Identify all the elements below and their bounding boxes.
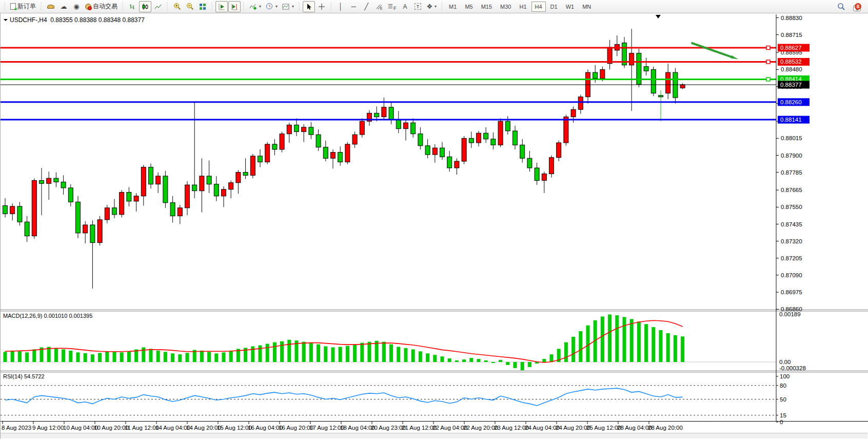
zoom-out-button[interactable] <box>184 1 196 12</box>
candle-body <box>163 176 168 203</box>
timeframe-w1-button[interactable]: W1 <box>562 2 578 12</box>
zoom-in-icon <box>173 3 181 10</box>
macd-histogram-bar <box>652 327 655 362</box>
time-tick-label: 22 Aug 20:00 <box>463 425 498 431</box>
fibonacci-button[interactable]: ☰ F <box>386 1 398 12</box>
toolbar-grip[interactable] <box>329 2 333 11</box>
timeframe-mn-button[interactable]: MN <box>579 2 595 12</box>
macd-histogram-bar <box>368 342 371 362</box>
autoscroll-button[interactable] <box>215 1 228 12</box>
cursor-button[interactable] <box>303 1 315 12</box>
time-tick-label: 21 Aug 12:00 <box>402 425 437 431</box>
toolbar-grip[interactable] <box>40 2 43 11</box>
macd-histogram-bar <box>346 346 349 362</box>
chevron-down-icon: ▾ <box>275 4 278 9</box>
toolbar-grip[interactable] <box>298 2 301 11</box>
chart-candles-button[interactable] <box>139 1 151 12</box>
notification-badge: 1 <box>855 3 861 10</box>
toolbar-grip[interactable] <box>242 2 246 11</box>
indicators-button[interactable]: ▾ <box>247 1 263 12</box>
macd-histogram-bar <box>178 354 182 362</box>
community-button[interactable]: ☁ <box>57 1 70 12</box>
svg-text:0.88260: 0.88260 <box>780 99 802 105</box>
candle-body <box>549 158 554 174</box>
signals-button[interactable]: ◉ <box>70 1 83 12</box>
candle-body <box>214 184 219 196</box>
vline-button[interactable]: │ <box>334 1 347 12</box>
time-tick-label: 23 Aug 12:00 <box>494 425 529 431</box>
candle-body <box>542 174 546 181</box>
candle-body <box>170 203 175 216</box>
macd-histogram-bar <box>521 362 524 370</box>
new-order-button[interactable]: 新订单 <box>8 1 38 12</box>
timeframe-m15-button[interactable]: M15 <box>478 2 496 12</box>
time-tick-label: 22 Aug 04:00 <box>432 425 467 431</box>
new-order-label: 新订单 <box>17 2 36 11</box>
macd-histogram-bar <box>32 349 36 362</box>
candle-body <box>207 176 211 184</box>
level-handle[interactable] <box>766 46 770 50</box>
collapse-icon[interactable] <box>4 19 8 23</box>
time-tick-label: 14 Aug 04:00 <box>155 425 190 431</box>
candle-body <box>250 156 255 176</box>
macd-histogram-bar <box>637 321 641 362</box>
text-button[interactable]: A <box>399 1 411 12</box>
hat-icon <box>47 5 54 9</box>
channel-button[interactable]: E <box>373 1 385 12</box>
chart-canvas[interactable]: 0.888300.887150.885950.884800.883650.882… <box>1 13 868 439</box>
arrows-button[interactable]: ❖ ▾ <box>424 1 439 12</box>
candle-body <box>265 144 270 162</box>
candle-body <box>382 107 386 117</box>
macd-histogram-bar <box>382 342 386 362</box>
candle-body <box>680 85 685 88</box>
candle-body <box>345 144 350 162</box>
macd-histogram-bar <box>644 324 648 362</box>
toolbar-grip[interactable] <box>3 2 7 11</box>
macd-histogram-bar <box>469 358 473 362</box>
tile-windows-icon <box>199 3 206 10</box>
candle-body <box>338 152 343 162</box>
search-button[interactable] <box>835 1 847 12</box>
indicators-icon <box>249 3 257 10</box>
new-order-icon <box>10 3 16 10</box>
timeframe-m1-button[interactable]: M1 <box>445 2 460 12</box>
time-tick-label: 24 Aug 04:00 <box>525 425 560 431</box>
macd-histogram-bar <box>266 344 269 362</box>
candle-body <box>447 157 452 168</box>
tile-windows-button[interactable] <box>196 1 209 12</box>
zoom-in-button[interactable] <box>171 1 183 12</box>
candle-body <box>396 120 401 128</box>
macd-histogram-bar <box>280 341 284 362</box>
toolbar-grip[interactable] <box>166 2 169 11</box>
chart-shift-button[interactable] <box>228 1 241 12</box>
candle-body <box>3 206 8 214</box>
autotrading-button[interactable]: 自动交易 <box>83 1 120 12</box>
market-button[interactable] <box>45 1 57 12</box>
toolbar-grip[interactable] <box>440 2 444 11</box>
level-handle[interactable] <box>766 60 770 64</box>
autoscroll-icon <box>218 3 225 10</box>
toolbar-grip[interactable] <box>210 2 214 11</box>
crosshair-button[interactable] <box>315 1 328 12</box>
timeframe-h1-button[interactable]: H1 <box>516 2 530 12</box>
chat-button[interactable]: 1 <box>851 2 863 12</box>
timeframe-m5-button[interactable]: M5 <box>461 2 476 12</box>
timeframe-m30-button[interactable]: M30 <box>497 2 515 12</box>
toolbar-grip[interactable] <box>121 2 125 11</box>
level-handle[interactable] <box>766 78 770 81</box>
trendline-button[interactable]: ╱ <box>360 1 372 12</box>
candle-body <box>600 69 605 78</box>
templates-button[interactable]: ▾ <box>280 1 296 12</box>
chart-title: USDCHF-,H4 0.88355 0.88388 0.88348 0.883… <box>4 16 145 24</box>
timeframe-h4-button[interactable]: H4 <box>531 2 546 12</box>
macd-histogram-bar <box>273 342 277 362</box>
timeframe-d1-button[interactable]: D1 <box>547 2 561 12</box>
chart-bars-button[interactable] <box>126 1 139 12</box>
candle-body <box>316 135 321 147</box>
time-tick-label: 10 Aug 04:00 <box>63 425 98 431</box>
hline-button[interactable]: ─ <box>347 1 360 12</box>
macd-histogram-bar <box>550 354 554 362</box>
chart-line-button[interactable] <box>152 1 164 12</box>
periods-button[interactable]: ▾ <box>264 1 280 12</box>
label-button[interactable]: T <box>411 1 424 12</box>
